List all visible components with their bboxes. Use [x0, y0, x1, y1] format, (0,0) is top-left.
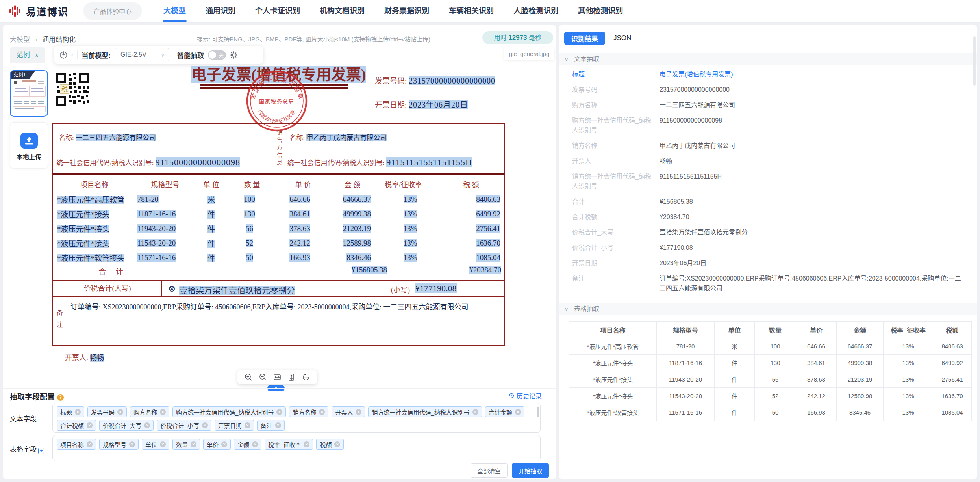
field-tag[interactable]: 开票人 ✕	[332, 406, 365, 417]
remove-tag-icon[interactable]: ✕	[87, 422, 93, 428]
remove-tag-icon[interactable]: ✕	[304, 441, 309, 447]
clear-all-button[interactable]: 全部清空	[471, 463, 508, 478]
nav-tab[interactable]: 人脸检测识别	[513, 0, 558, 22]
app-logo[interactable]: 易道博识	[9, 4, 69, 18]
zoom-in-icon[interactable]	[244, 373, 253, 382]
remove-tag-icon[interactable]: ✕	[87, 441, 93, 447]
table-row: *液压元件*接头11543-20-20件52242.1212589.9813%1…	[53, 236, 504, 250]
field-tag[interactable]: 购方名称 ✕	[130, 406, 169, 417]
field-tag[interactable]: 价税合计_大写 ✕	[99, 420, 154, 431]
text-extraction-section-header[interactable]: ∨ 文本抽取	[559, 53, 977, 65]
remove-tag-icon[interactable]: ✕	[275, 422, 281, 428]
table-cell: 166.93	[271, 250, 322, 265]
field-tag[interactable]: 销方统一社会信用代码_纳税人识别号 ✕	[368, 406, 482, 417]
remove-tag-icon[interactable]: ✕	[472, 409, 478, 415]
start-extract-button[interactable]: 开始抽取	[512, 463, 549, 478]
remove-tag-icon[interactable]: ✕	[334, 441, 340, 447]
remove-tag-icon[interactable]: ✕	[160, 409, 166, 415]
field-tag[interactable]: 合计税额 ✕	[57, 420, 96, 431]
chevron-left-icon[interactable]: ‹	[71, 51, 73, 58]
field-tag[interactable]: 税额 ✕	[316, 439, 344, 450]
tax-stamp: 税	[60, 84, 69, 94]
field-tag[interactable]: 单价 ✕	[203, 439, 231, 450]
nav-tab[interactable]: 财务票据识别	[384, 0, 429, 22]
remove-tag-icon[interactable]: ✕	[75, 409, 81, 415]
remove-tag-icon[interactable]: ✕	[319, 409, 325, 415]
fit-height-icon[interactable]	[287, 373, 296, 382]
result-field-value[interactable]: ¥156805.38	[660, 197, 693, 207]
add-field-icon[interactable]: +	[38, 448, 44, 454]
result-field-value[interactable]: ¥20384.70	[660, 212, 689, 222]
workspace-panel: 大模型 › 通用结构化 提示: 可支持PNG、JPG、BMP、PDF等, 图片大…	[3, 25, 556, 479]
remove-tag-icon[interactable]: ✕	[129, 441, 135, 447]
gear-icon[interactable]	[230, 51, 237, 59]
nav-tab[interactable]: 其他检测识别	[578, 0, 623, 22]
result-field-label: 购方统一社会信用代码_纳税人识别号	[572, 115, 655, 135]
result-field-value[interactable]: ¥177190.08	[660, 243, 693, 253]
result-field-value[interactable]: 壹拾柒万柒仟壹佰玖拾元零捌分	[660, 227, 748, 237]
field-tag[interactable]: 规格型号 ✕	[99, 439, 139, 450]
model-select[interactable]: GIE-2.5V ∨	[115, 48, 169, 61]
field-tag[interactable]: 发票号码 ✕	[87, 406, 127, 417]
result-field-value[interactable]: 电子发票(增值税专用发票)	[660, 69, 733, 79]
result-field-value[interactable]: 911500000000000098	[660, 115, 722, 135]
table-row: *液压元件*接头11871-16-16件130384.6149999.3813%…	[53, 207, 504, 221]
result-field-value[interactable]: 订单编号:XS20230000000000,ERP采购订单号:450606060…	[660, 274, 966, 293]
remove-tag-icon[interactable]: ✕	[117, 409, 123, 415]
tagbox-scrollbar[interactable]	[537, 407, 539, 417]
nav-tab[interactable]: 大模型	[163, 0, 186, 22]
breadcrumb-root[interactable]: 大模型	[10, 36, 30, 43]
remove-tag-icon[interactable]: ✕	[276, 409, 282, 415]
help-icon[interactable]: ?	[57, 394, 64, 401]
field-tag[interactable]: 销方名称 ✕	[289, 406, 328, 417]
remove-tag-icon[interactable]: ✕	[221, 441, 227, 447]
samples-collapse-button[interactable]: 范例 ∧	[10, 47, 45, 63]
nav-tab[interactable]: 个人卡证识别	[255, 0, 300, 22]
nav-tab[interactable]: 机构文档识别	[320, 0, 365, 22]
tab-recognition-result[interactable]: 识别结果	[564, 32, 605, 45]
result-field-value[interactable]: 91151151551151155H	[660, 171, 722, 191]
result-field-value[interactable]: 2023年06月20日	[660, 258, 706, 268]
smart-extract-toggle[interactable]: 关	[208, 50, 226, 60]
fit-width-icon[interactable]	[273, 373, 282, 382]
remove-tag-icon[interactable]: ✕	[191, 441, 196, 447]
field-tag[interactable]: 金额 ✕	[234, 439, 261, 450]
chevron-down-icon: ∨	[565, 56, 569, 62]
result-field-value[interactable]: 甲乙丙丁戊内蒙古有限公司	[660, 141, 735, 151]
field-tag[interactable]: 单位 ✕	[142, 439, 169, 450]
table-cell: *液压元件*接头	[569, 355, 657, 371]
toggle-knob	[209, 51, 216, 59]
remove-tag-icon[interactable]: ✕	[515, 409, 521, 415]
field-tag[interactable]: 价税合计_小写 ✕	[157, 420, 211, 431]
field-tag[interactable]: 税率_征收率 ✕	[265, 439, 313, 450]
result-field-value[interactable]: 畅畅	[660, 156, 672, 166]
table-cell: 12589.98	[837, 388, 884, 404]
field-tag[interactable]: 开票日期 ✕	[215, 420, 254, 431]
table-cell: 13%	[383, 207, 438, 221]
panel-scrollbar[interactable]	[973, 36, 976, 86]
nav-tab[interactable]: 通用识别	[206, 0, 235, 22]
nav-tab[interactable]: 车辆相关识别	[449, 0, 494, 22]
table-extraction-section-header[interactable]: ∨ 表格抽取	[559, 303, 977, 315]
result-field: 开票人 畅畅	[572, 156, 966, 166]
field-tag[interactable]: 购方统一社会信用代码_纳税人识别号 ✕	[172, 406, 286, 417]
field-tag[interactable]: 项目名称 ✕	[57, 439, 96, 450]
rotate-90-icon[interactable]: 90	[302, 373, 310, 382]
remove-tag-icon[interactable]: ✕	[356, 409, 361, 415]
field-tag[interactable]: 备注 ✕	[257, 420, 285, 431]
remove-tag-icon[interactable]: ✕	[252, 441, 258, 447]
table-cell: 6499.92	[438, 207, 504, 221]
remove-tag-icon[interactable]: ✕	[245, 422, 250, 428]
result-field-value[interactable]: 一二三四五六能源有限公司	[660, 100, 735, 110]
field-tag[interactable]: 合计金额 ✕	[485, 406, 524, 417]
field-tag[interactable]: 数量 ✕	[172, 439, 200, 450]
field-tag[interactable]: 标题 ✕	[57, 406, 84, 417]
zoom-out-icon[interactable]	[259, 373, 267, 382]
remove-tag-icon[interactable]: ✕	[144, 422, 150, 428]
history-link[interactable]: 历史记录	[508, 391, 542, 400]
product-center-button[interactable]: 产品体验中心	[83, 2, 142, 20]
tab-json[interactable]: JSON	[613, 32, 631, 45]
result-field-value[interactable]: 23157000000000000000	[660, 85, 730, 95]
remove-tag-icon[interactable]: ✕	[160, 441, 166, 447]
remove-tag-icon[interactable]: ✕	[202, 422, 208, 428]
